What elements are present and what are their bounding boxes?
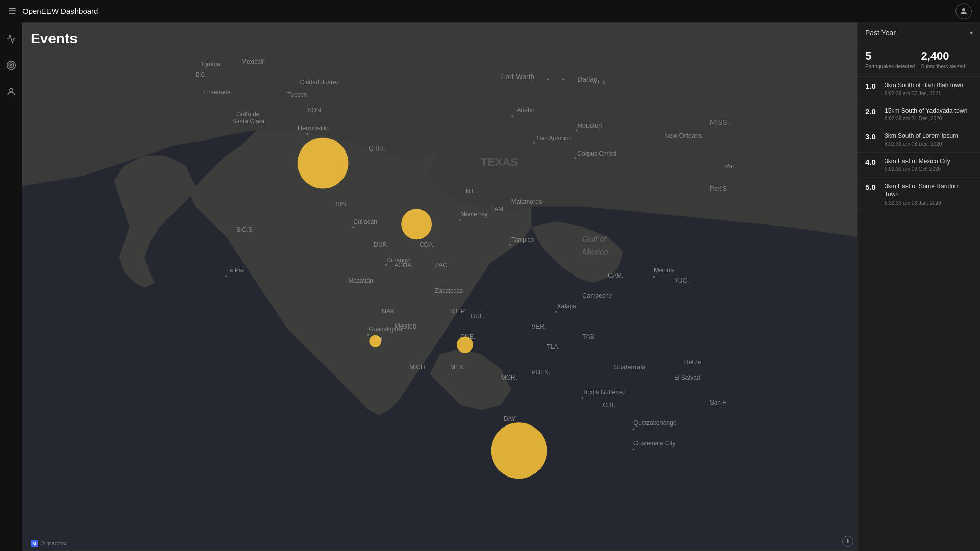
event-location: 3km South of Blah Blah town — [885, 82, 963, 90]
svg-point-4 — [9, 88, 13, 92]
svg-text:Quetzaltenango: Quetzaltenango — [633, 419, 677, 427]
svg-text:Mexicali: Mexicali — [241, 58, 263, 65]
quake-circle-3 — [369, 335, 381, 347]
quake-circle-1 — [298, 138, 349, 189]
right-panel: Past Year ▾ 5 Earthquakes detected 2,400… — [857, 22, 980, 551]
time-filter-label: Past Year — [865, 29, 896, 37]
svg-text:Pal: Pal — [725, 163, 734, 170]
event-item[interactable]: 4.0 3km East of Mexico City 9:02:39 am 0… — [858, 153, 980, 178]
svg-text:Tuxtla Gutiérrez: Tuxtla Gutiérrez — [582, 389, 626, 396]
svg-text:San F: San F — [710, 399, 726, 406]
event-item[interactable]: 1.0 3km South of Blah Blah town 8:02:39 … — [858, 77, 980, 102]
sidebar-item-network[interactable] — [3, 57, 19, 73]
svg-text:•: • — [575, 127, 578, 134]
menu-icon[interactable]: ☰ — [8, 6, 16, 17]
svg-text:Monterrey: Monterrey — [460, 211, 488, 218]
topbar: ☰ OpenEEW Dashboard — [0, 0, 980, 22]
svg-text:•: • — [653, 273, 655, 281]
svg-text:Corpus Christi: Corpus Christi — [577, 150, 616, 157]
event-list: 1.0 3km South of Blah Blah town 8:02:39 … — [858, 77, 980, 551]
svg-text:ZAC.: ZAC. — [435, 262, 449, 269]
event-location: 3km East of Mexico City — [885, 158, 950, 166]
event-magnitude: 3.0 — [865, 132, 879, 141]
mapbox-label: © mapbox — [41, 540, 66, 546]
stats-row: 5 Earthquakes detected 2,400 Subscribers… — [858, 43, 980, 77]
svg-text:PUEN.: PUEN. — [532, 369, 551, 376]
quake-circle-5 — [491, 422, 547, 479]
map-info-button[interactable]: ℹ — [842, 536, 853, 547]
svg-text:Fort Worth: Fort Worth — [501, 72, 535, 81]
svg-text:MICH.: MICH. — [409, 364, 427, 371]
svg-text:TLA.: TLA. — [547, 343, 559, 350]
svg-point-1 — [10, 64, 12, 66]
event-location: 3km East of Some Random Town — [885, 183, 973, 198]
svg-text:B.C.S.: B.C.S. — [236, 226, 254, 233]
svg-text:Culiacán: Culiacán — [353, 218, 377, 226]
event-time: 9:02:39 am 09 Oct, 2020 — [885, 166, 950, 172]
svg-text:•: • — [385, 262, 387, 269]
svg-text:•: • — [547, 76, 549, 83]
svg-text:Houston: Houston — [577, 121, 602, 129]
subscribers-count: 2,400 — [921, 51, 973, 62]
svg-text:Belize: Belize — [684, 359, 701, 366]
svg-text:SIN.: SIN. — [336, 201, 348, 208]
earthquakes-count: 5 — [865, 51, 917, 62]
svg-text:CHI.: CHI. — [603, 402, 615, 409]
svg-text:Matamoros: Matamoros — [511, 198, 542, 205]
svg-text:S.L.P.: S.L.P. — [450, 308, 466, 315]
event-magnitude: 5.0 — [865, 183, 879, 191]
mapbox-attribution: M © mapbox — [31, 540, 66, 547]
event-time: 8:02:39 am 31 Dec, 2020 — [885, 116, 967, 121]
event-item[interactable]: 2.0 15km South of Yadayada town 8:02:39 … — [858, 102, 980, 128]
quake-circle-4 — [457, 337, 473, 353]
event-details: 3km South of Lorem Ipsum 8:02:39 am 08 D… — [885, 132, 958, 147]
svg-text:•: • — [509, 242, 511, 249]
svg-text:Guatemala City: Guatemala City — [633, 440, 675, 447]
svg-text:TAM.: TAM. — [491, 206, 505, 213]
svg-text:La Paz: La Paz — [226, 267, 245, 274]
svg-text:CAM.: CAM. — [608, 272, 623, 279]
time-filter-dropdown[interactable]: Past Year ▾ — [858, 22, 980, 43]
svg-text:Mazatlán: Mazatlán — [348, 277, 373, 284]
svg-text:VER.: VER. — [532, 323, 546, 330]
svg-text:Xalapa: Xalapa — [557, 303, 576, 310]
quake-circle-2 — [401, 209, 432, 239]
svg-text:MEX.: MEX. — [450, 364, 465, 371]
svg-text:Port S: Port S — [710, 185, 727, 192]
svg-text:•: • — [459, 217, 461, 224]
svg-text:CHIH.: CHIH. — [369, 145, 385, 152]
event-details: 3km East of Some Random Town 8:02:39 am … — [885, 183, 973, 205]
svg-text:•: • — [555, 309, 557, 316]
svg-text:Guatemala: Guatemala — [613, 363, 646, 371]
svg-text:SON.: SON. — [308, 107, 323, 114]
event-item[interactable]: 3.0 3km South of Lorem Ipsum 8:02:39 am … — [858, 127, 980, 153]
svg-text:Santa Clara: Santa Clara — [232, 118, 265, 125]
svg-text:Tucson: Tucson — [287, 91, 307, 98]
svg-text:•: • — [562, 76, 565, 83]
svg-text:YUC.: YUC. — [674, 277, 689, 284]
svg-text:•: • — [511, 113, 514, 120]
svg-text:•: • — [306, 130, 309, 138]
svg-text:M: M — [32, 541, 36, 546]
svg-text:El Salvad: El Salvad — [674, 374, 700, 381]
earthquakes-label: Earthquakes detected — [865, 64, 917, 70]
svg-text:Hermosillo: Hermosillo — [298, 124, 329, 132]
svg-text:•: • — [581, 395, 583, 402]
svg-text:Dallas: Dallas — [577, 75, 597, 83]
map-area[interactable]: MISS. A L A Fort Worth • Dallas • Austin… — [22, 22, 857, 551]
subscribers-stat: 2,400 Subscribers alerted — [921, 51, 973, 70]
svg-text:•: • — [533, 140, 535, 147]
sidebar-item-profile[interactable] — [3, 84, 19, 100]
user-avatar[interactable] — [955, 3, 972, 19]
svg-text:•: • — [352, 224, 354, 231]
event-magnitude: 2.0 — [865, 107, 879, 116]
event-details: 3km East of Mexico City 9:02:39 am 09 Oc… — [885, 158, 950, 172]
event-magnitude: 1.0 — [865, 82, 879, 90]
svg-text:•: • — [574, 155, 576, 162]
svg-text:Ensenada: Ensenada — [203, 89, 231, 96]
event-item[interactable]: 5.0 3km East of Some Random Town 8:02:39… — [858, 178, 980, 211]
topbar-left: ☰ OpenEEW Dashboard — [8, 6, 98, 17]
event-details: 3km South of Blah Blah town 8:02:39 am 0… — [885, 82, 963, 96]
sidebar-item-activity[interactable] — [3, 31, 19, 47]
event-magnitude: 4.0 — [865, 158, 879, 166]
